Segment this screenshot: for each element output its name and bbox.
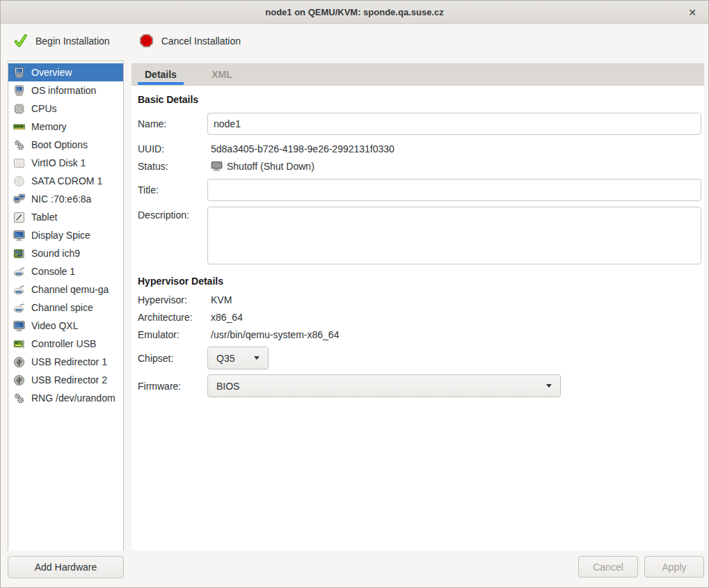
serial-icon xyxy=(13,302,25,314)
sidebar-item-boot-options[interactable]: Boot Options xyxy=(8,136,123,154)
memory-icon xyxy=(13,121,25,133)
sidebar-item-video-qxl[interactable]: Video QXL xyxy=(8,317,123,335)
emulator-row: Emulator: /usr/bin/qemu-system-x86_64 xyxy=(138,328,704,340)
tab-label: XML xyxy=(212,69,232,80)
sidebar-item-usb-redirector-2[interactable]: USB Redirector 2 xyxy=(8,371,123,389)
title-input[interactable] xyxy=(207,179,701,201)
status-row: Status: Shutoff (Shut Down) xyxy=(138,160,704,173)
sidebar-item-usb-redirector-1[interactable]: USB Redirector 1 xyxy=(8,353,123,371)
sidebar-item-overview[interactable]: Overview xyxy=(8,63,123,81)
hypervisor-label: Hypervisor: xyxy=(138,294,207,305)
sidebar-item-label: CPUs xyxy=(31,103,57,114)
sidebar-item-controller-usb[interactable]: Controller USB xyxy=(8,335,123,353)
title-label: Title: xyxy=(138,184,207,196)
chipset-dropdown[interactable]: Q35 xyxy=(207,347,269,370)
window-title: node1 on QEMU/KVM: sponde.qa.suse.cz xyxy=(265,7,443,17)
shutoff-monitor-icon xyxy=(211,161,223,172)
uuid-row: UUID: 5d8a3405-b726-4198-9e26-2992131f03… xyxy=(138,143,704,154)
chipset-label: Chipset: xyxy=(138,353,207,364)
cancel-installation-label: Cancel Installation xyxy=(161,35,241,47)
chipset-row: Chipset: Q35 xyxy=(138,347,704,370)
sidebar-item-sata-cdrom-1[interactable]: SATA CDROM 1 xyxy=(8,172,123,190)
sidebar-item-label: Memory xyxy=(31,121,67,132)
usb-icon xyxy=(13,374,25,386)
stop-icon xyxy=(139,33,154,48)
tab-details[interactable]: Details xyxy=(138,63,184,85)
architecture-label: Architecture: xyxy=(138,312,207,323)
status-value: Shutoff (Shut Down) xyxy=(211,161,314,172)
begin-installation-label: Begin Installation xyxy=(35,35,110,47)
tab-xml[interactable]: XML xyxy=(200,63,244,85)
sidebar-item-sound-ich9[interactable]: Sound ich9 xyxy=(8,244,123,262)
sidebar-item-virtio-disk-1[interactable]: VirtIO Disk 1 xyxy=(8,154,123,172)
checkmark-icon xyxy=(13,33,28,48)
hypervisor-value: KVM xyxy=(211,294,232,305)
begin-installation-button[interactable]: Begin Installation xyxy=(5,28,118,54)
sidebar-item-cpus[interactable]: CPUs xyxy=(8,100,123,118)
hypervisor-details-heading: Hypervisor Details xyxy=(138,276,704,287)
name-label: Name: xyxy=(138,118,207,129)
vm-details-window: node1 on QEMU/KVM: sponde.qa.suse.cz ✕ B… xyxy=(0,0,709,588)
titlebar: node1 on QEMU/KVM: sponde.qa.suse.cz ✕ xyxy=(1,1,708,24)
sidebar-item-label: Overview xyxy=(31,67,72,78)
sidebar-item-rng-dev-urandom[interactable]: RNG /dev/urandom xyxy=(8,389,123,407)
chevron-down-icon xyxy=(546,384,552,388)
details-content: Basic Details Name: UUID: 5d8a3405-b726-… xyxy=(132,86,704,551)
tablet-icon xyxy=(13,212,25,223)
architecture-row: Architecture: x86_64 xyxy=(138,311,704,323)
firmware-label: Firmware: xyxy=(138,381,207,392)
sidebar-item-os-information[interactable]: OS information xyxy=(8,81,123,100)
sidebar-item-tablet[interactable]: Tablet xyxy=(8,208,123,226)
footer-actions: Cancel Apply xyxy=(578,556,704,578)
sidebar-item-label: SATA CDROM 1 xyxy=(31,175,102,186)
apply-button[interactable]: Apply xyxy=(644,556,704,578)
sidebar-item-display-spice[interactable]: Display Spice xyxy=(8,226,123,244)
sidebar-item-label: RNG /dev/urandom xyxy=(31,392,115,404)
sidebar-item-console-1[interactable]: Console 1 xyxy=(8,262,123,280)
details-panel: DetailsXML Basic Details Name: UUID: 5d8… xyxy=(132,63,704,551)
uuid-value: 5d8a3405-b726-4198-9e26-2992131f0330 xyxy=(211,143,395,154)
footer-bar: Add Hardware Cancel Apply xyxy=(1,550,708,587)
sidebar-item-label: Console 1 xyxy=(31,266,75,277)
cancel-button[interactable]: Cancel xyxy=(578,556,638,578)
display-icon xyxy=(13,320,25,332)
hypervisor-row: Hypervisor: KVM xyxy=(138,294,704,305)
chipset-selected-value: Q35 xyxy=(216,353,234,364)
tab-bar: DetailsXML xyxy=(132,63,704,86)
sidebar-item-label: Display Spice xyxy=(31,230,90,241)
firmware-dropdown[interactable]: BIOS xyxy=(207,374,561,397)
chevron-down-icon xyxy=(254,356,260,360)
sidebar-item-label: Channel spice xyxy=(31,302,93,313)
sidebar-item-label: Sound ich9 xyxy=(31,248,80,259)
sidebar-item-label: USB Redirector 1 xyxy=(31,356,107,367)
add-hardware-button[interactable]: Add Hardware xyxy=(8,556,124,578)
name-input[interactable] xyxy=(207,113,701,135)
sound-icon xyxy=(13,248,25,260)
name-row: Name: xyxy=(138,113,704,135)
cancel-installation-button[interactable]: Cancel Installation xyxy=(131,28,249,54)
sidebar-item-channel-spice[interactable]: Channel spice xyxy=(8,299,123,317)
usb-icon xyxy=(13,356,25,368)
sidebar-item-channel-qemu-ga[interactable]: Channel qemu-ga xyxy=(8,280,123,299)
sidebar-item-label: Tablet xyxy=(31,212,57,223)
firmware-selected-value: BIOS xyxy=(216,381,239,392)
sidebar-item-label: Channel qemu-ga xyxy=(31,284,109,295)
sidebar-item-nic-70-e6-8a[interactable]: NIC :70:e6:8a xyxy=(8,190,123,208)
uuid-label: UUID: xyxy=(138,143,207,154)
close-icon[interactable]: ✕ xyxy=(683,3,701,22)
sidebar-item-label: NIC :70:e6:8a xyxy=(31,193,91,205)
description-textarea[interactable] xyxy=(207,207,701,264)
display-icon xyxy=(13,230,25,241)
architecture-value: x86_64 xyxy=(211,312,243,323)
sidebar-item-label: OS information xyxy=(31,85,96,96)
sidebar-item-memory[interactable]: Memory xyxy=(8,118,123,136)
tab-label: Details xyxy=(145,69,177,80)
cdrom-icon xyxy=(13,175,25,187)
sidebar-item-label: USB Redirector 2 xyxy=(31,374,107,386)
sidebar-item-label: VirtIO Disk 1 xyxy=(31,157,86,168)
status-text: Shutoff (Shut Down) xyxy=(227,161,314,172)
serial-icon xyxy=(13,284,25,296)
emulator-label: Emulator: xyxy=(138,329,207,340)
firmware-row: Firmware: BIOS xyxy=(138,374,704,397)
hardware-list: OverviewOS informationCPUsMemoryBoot Opt… xyxy=(8,61,124,552)
